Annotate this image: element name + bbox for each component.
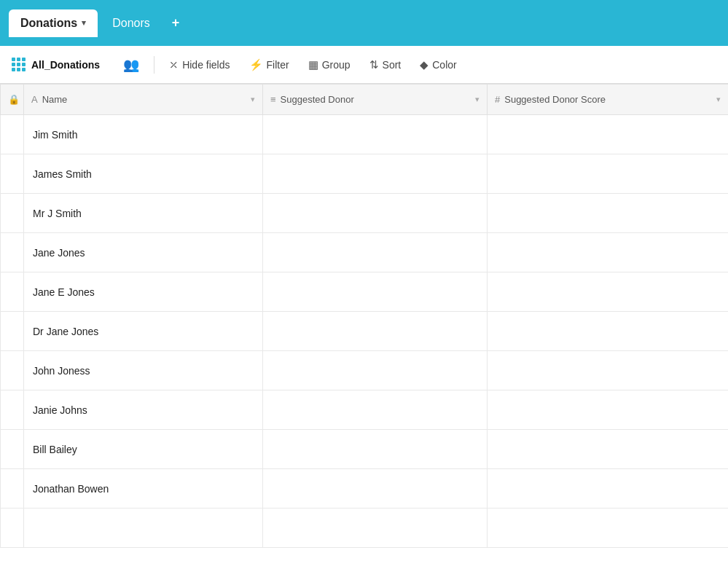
- sort-icon: ⇅: [369, 58, 379, 71]
- row-name-cell: Jim Smith: [24, 115, 263, 154]
- row-score-cell: [488, 154, 729, 194]
- row-suggested-donor-cell: [263, 430, 488, 469]
- suggested-donor-col-label: Suggested Donor: [281, 94, 354, 105]
- row-lock-cell: [1, 390, 24, 430]
- row-score-cell: [488, 233, 729, 272]
- row-suggested-donor-cell: [263, 115, 488, 154]
- filter-label: Filter: [267, 59, 289, 71]
- tab-donations[interactable]: Donations ▾: [9, 9, 98, 37]
- row-score-cell: [488, 390, 729, 430]
- table-row[interactable]: Mr J Smith: [1, 194, 729, 233]
- sort-label: Sort: [383, 59, 402, 71]
- row-score-cell: [488, 351, 729, 390]
- name-col-label: Name: [42, 94, 68, 105]
- toolbar: All_Donations 👥 ⤫ Hide fields ⚡ Filter ▦…: [0, 46, 728, 84]
- score-col-chevron: ▾: [716, 95, 721, 104]
- row-lock-cell: [1, 430, 24, 469]
- tab-donors[interactable]: Donors: [101, 9, 162, 37]
- tab-bar: Donations ▾ Donors +: [0, 0, 728, 46]
- th-suggested-donor[interactable]: ≡ Suggested Donor ▾: [263, 85, 488, 115]
- row-score-cell: [488, 509, 729, 548]
- name-col-icon: A: [31, 94, 38, 105]
- lock-icon: 🔒: [8, 94, 20, 105]
- tab-add-button[interactable]: +: [165, 9, 187, 36]
- row-lock-cell: [1, 351, 24, 390]
- row-suggested-donor-cell: [263, 272, 488, 312]
- data-table: 🔒 A Name ▾ ≡ Suggested Donor ▾: [0, 84, 728, 548]
- tab-donations-chevron: ▾: [82, 18, 86, 28]
- table-row[interactable]: Janie Johns: [1, 390, 729, 430]
- hide-fields-icon: ⤫: [169, 58, 179, 71]
- row-suggested-donor-cell: [263, 469, 488, 509]
- people-button[interactable]: 👥: [116, 52, 146, 77]
- group-button[interactable]: ▦ Group: [301, 54, 358, 76]
- table-row[interactable]: Jonathan Bowen: [1, 469, 729, 509]
- table-header: 🔒 A Name ▾ ≡ Suggested Donor ▾: [1, 85, 729, 115]
- table-row[interactable]: James Smith: [1, 154, 729, 194]
- row-score-cell: [488, 469, 729, 509]
- score-col-label: Suggested Donor Score: [504, 94, 606, 105]
- row-name-cell: John Joness: [24, 351, 263, 390]
- row-suggested-donor-cell: [263, 390, 488, 430]
- row-name-cell: Dr Jane Jones: [24, 312, 263, 351]
- group-icon: ▦: [308, 58, 318, 71]
- row-score-cell: [488, 312, 729, 351]
- row-name-cell: Jane E Jones: [24, 272, 263, 312]
- table-row[interactable]: Bill Bailey: [1, 430, 729, 469]
- row-name-cell: Janie Johns: [24, 390, 263, 430]
- color-button[interactable]: ◆ Color: [412, 54, 463, 76]
- sort-button[interactable]: ⇅ Sort: [362, 54, 409, 76]
- table-row[interactable]: Jim Smith: [1, 115, 729, 154]
- row-suggested-donor-cell: [263, 351, 488, 390]
- filter-button[interactable]: ⚡ Filter: [242, 54, 297, 76]
- row-suggested-donor-cell: [263, 312, 488, 351]
- tab-donations-label: Donations: [20, 17, 77, 30]
- row-score-cell: [488, 430, 729, 469]
- tab-donors-label: Donors: [112, 17, 150, 29]
- row-name-cell: James Smith: [24, 154, 263, 194]
- view-name: All_Donations: [31, 59, 100, 71]
- row-lock-cell: [1, 312, 24, 351]
- table-row[interactable]: [1, 509, 729, 548]
- row-score-cell: [488, 194, 729, 233]
- table-row[interactable]: Jane E Jones: [1, 272, 729, 312]
- row-name-cell: Bill Bailey: [24, 430, 263, 469]
- th-score[interactable]: # Suggested Donor Score ▾: [488, 85, 729, 115]
- color-icon: ◆: [420, 58, 428, 71]
- row-score-cell: [488, 115, 729, 154]
- color-label: Color: [432, 59, 456, 71]
- hide-fields-button[interactable]: ⤫ Hide fields: [162, 54, 237, 76]
- table-row[interactable]: John Joness: [1, 351, 729, 390]
- table-row[interactable]: Dr Jane Jones: [1, 312, 729, 351]
- score-col-icon: #: [495, 94, 500, 105]
- people-icon: 👥: [123, 57, 139, 73]
- grid-view-icon: [12, 58, 26, 71]
- filter-icon: ⚡: [249, 58, 263, 71]
- row-name-cell: Jonathan Bowen: [24, 469, 263, 509]
- group-label: Group: [322, 59, 351, 71]
- toolbar-separator-1: [154, 56, 154, 74]
- tab-add-icon: +: [172, 15, 180, 30]
- row-suggested-donor-cell: [263, 194, 488, 233]
- th-name[interactable]: A Name ▾: [24, 85, 263, 115]
- row-lock-cell: [1, 154, 24, 194]
- row-suggested-donor-cell: [263, 509, 488, 548]
- row-score-cell: [488, 272, 729, 312]
- row-suggested-donor-cell: [263, 233, 488, 272]
- table-body: Jim SmithJames SmithMr J SmithJane Jones…: [1, 115, 729, 548]
- row-name-cell: Mr J Smith: [24, 194, 263, 233]
- row-lock-cell: [1, 469, 24, 509]
- row-lock-cell: [1, 272, 24, 312]
- hide-fields-label: Hide fields: [182, 59, 230, 71]
- row-lock-cell: [1, 115, 24, 154]
- view-selector[interactable]: All_Donations: [12, 58, 100, 71]
- row-suggested-donor-cell: [263, 154, 488, 194]
- suggested-donor-col-chevron: ▾: [475, 95, 480, 104]
- th-lock: 🔒: [1, 85, 24, 115]
- row-name-cell: Jane Jones: [24, 233, 263, 272]
- suggested-donor-col-icon: ≡: [270, 94, 276, 105]
- table-row[interactable]: Jane Jones: [1, 233, 729, 272]
- row-lock-cell: [1, 233, 24, 272]
- name-col-chevron: ▾: [251, 95, 255, 104]
- row-lock-cell: [1, 194, 24, 233]
